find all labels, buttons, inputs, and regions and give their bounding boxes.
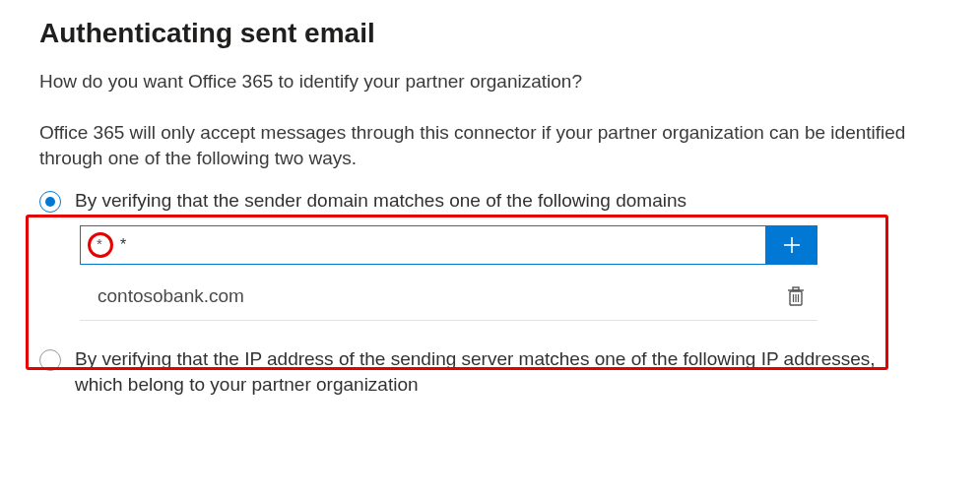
option-ip-label[interactable]: By verifying that the IP address of the …: [75, 346, 878, 397]
add-domain-button[interactable]: [766, 225, 817, 265]
page-subtitle: How do you want Office 365 to identify y…: [39, 71, 941, 93]
svg-rect-7: [793, 287, 799, 290]
option-domain-row: By verifying that the sender domain matc…: [39, 188, 941, 214]
domain-block: * contosobank.com: [80, 225, 941, 321]
delete-domain-button[interactable]: [782, 282, 810, 310]
domain-list-row: contosobank.com: [80, 265, 817, 321]
radio-domain[interactable]: [39, 191, 61, 213]
page-description: Office 365 will only accept messages thr…: [39, 120, 941, 170]
domain-input[interactable]: [80, 225, 766, 265]
domain-entry: contosobank.com: [98, 285, 244, 307]
trash-icon: [786, 285, 806, 307]
domain-input-row: *: [80, 225, 941, 265]
page-title: Authenticating sent email: [39, 18, 941, 49]
plus-icon: [781, 234, 803, 256]
option-domain-label[interactable]: By verifying that the sender domain matc…: [75, 188, 686, 214]
radio-ip[interactable]: [39, 349, 61, 371]
option-ip-row: By verifying that the IP address of the …: [39, 346, 941, 397]
